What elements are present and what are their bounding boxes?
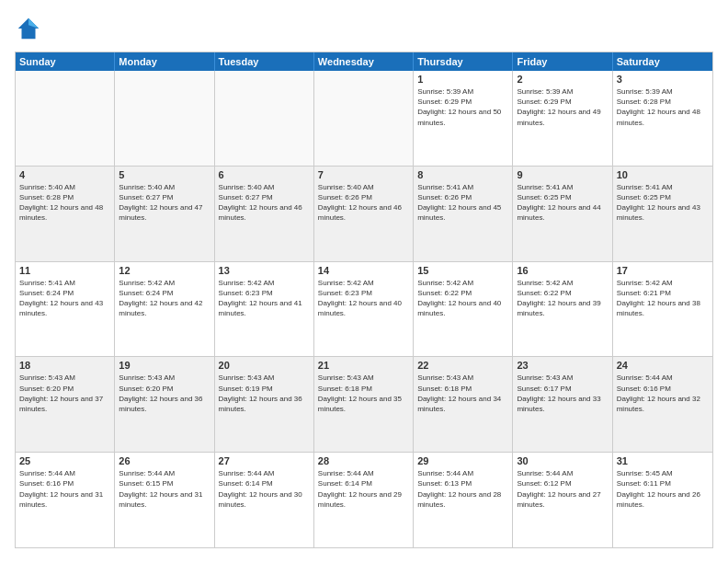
day-number: 14 xyxy=(318,265,409,276)
day-cell-3: 3Sunrise: 5:39 AM Sunset: 6:28 PM Daylig… xyxy=(613,71,712,166)
day-info: Sunrise: 5:41 AM Sunset: 6:25 PM Dayligh… xyxy=(517,182,608,224)
day-cell-10: 10Sunrise: 5:41 AM Sunset: 6:25 PM Dayli… xyxy=(613,167,712,261)
calendar-body: 1Sunrise: 5:39 AM Sunset: 6:29 PM Daylig… xyxy=(16,71,712,547)
day-number: 22 xyxy=(417,360,508,371)
day-cell-14: 14Sunrise: 5:42 AM Sunset: 6:23 PM Dayli… xyxy=(314,262,414,357)
day-info: Sunrise: 5:44 AM Sunset: 6:16 PM Dayligh… xyxy=(19,468,110,510)
day-cell-30: 30Sunrise: 5:44 AM Sunset: 6:12 PM Dayli… xyxy=(513,453,612,547)
day-cell-15: 15Sunrise: 5:42 AM Sunset: 6:22 PM Dayli… xyxy=(414,262,513,357)
calendar: SundayMondayTuesdayWednesdayThursdayFrid… xyxy=(15,52,713,548)
day-info: Sunrise: 5:44 AM Sunset: 6:12 PM Dayligh… xyxy=(517,468,608,510)
day-number: 25 xyxy=(19,455,110,466)
header xyxy=(15,15,713,42)
day-cell-21: 21Sunrise: 5:43 AM Sunset: 6:18 PM Dayli… xyxy=(314,357,414,452)
empty-cell xyxy=(215,71,314,166)
day-info: Sunrise: 5:42 AM Sunset: 6:22 PM Dayligh… xyxy=(417,278,508,319)
day-number: 18 xyxy=(19,360,110,371)
day-info: Sunrise: 5:43 AM Sunset: 6:17 PM Dayligh… xyxy=(517,373,608,414)
day-number: 29 xyxy=(417,455,508,466)
header-day-wednesday: Wednesday xyxy=(314,52,414,71)
day-cell-12: 12Sunrise: 5:42 AM Sunset: 6:24 PM Dayli… xyxy=(115,262,214,357)
day-number: 28 xyxy=(318,455,409,466)
day-cell-19: 19Sunrise: 5:43 AM Sunset: 6:20 PM Dayli… xyxy=(115,357,214,452)
empty-cell xyxy=(115,71,214,166)
day-cell-9: 9Sunrise: 5:41 AM Sunset: 6:25 PM Daylig… xyxy=(513,167,612,261)
day-number: 30 xyxy=(517,455,608,466)
day-info: Sunrise: 5:40 AM Sunset: 6:28 PM Dayligh… xyxy=(19,182,110,224)
day-info: Sunrise: 5:42 AM Sunset: 6:23 PM Dayligh… xyxy=(219,278,310,319)
day-cell-8: 8Sunrise: 5:41 AM Sunset: 6:26 PM Daylig… xyxy=(414,167,513,261)
day-info: Sunrise: 5:40 AM Sunset: 6:27 PM Dayligh… xyxy=(219,182,310,224)
day-info: Sunrise: 5:41 AM Sunset: 6:24 PM Dayligh… xyxy=(19,278,110,319)
header-day-sunday: Sunday xyxy=(16,52,115,71)
day-info: Sunrise: 5:40 AM Sunset: 6:26 PM Dayligh… xyxy=(318,182,409,224)
day-number: 21 xyxy=(318,360,409,371)
day-cell-6: 6Sunrise: 5:40 AM Sunset: 6:27 PM Daylig… xyxy=(215,167,314,261)
day-cell-27: 27Sunrise: 5:44 AM Sunset: 6:14 PM Dayli… xyxy=(215,453,314,547)
day-number: 27 xyxy=(219,455,310,466)
day-cell-18: 18Sunrise: 5:43 AM Sunset: 6:20 PM Dayli… xyxy=(16,357,115,452)
day-number: 7 xyxy=(318,169,409,180)
logo xyxy=(15,15,46,42)
day-cell-24: 24Sunrise: 5:44 AM Sunset: 6:16 PM Dayli… xyxy=(613,357,712,452)
day-number: 12 xyxy=(119,265,210,276)
day-cell-28: 28Sunrise: 5:44 AM Sunset: 6:14 PM Dayli… xyxy=(314,453,414,547)
day-cell-7: 7Sunrise: 5:40 AM Sunset: 6:26 PM Daylig… xyxy=(314,167,414,261)
day-number: 2 xyxy=(517,74,608,85)
day-info: Sunrise: 5:43 AM Sunset: 6:19 PM Dayligh… xyxy=(219,373,310,414)
calendar-row-3: 11Sunrise: 5:41 AM Sunset: 6:24 PM Dayli… xyxy=(16,262,712,358)
day-info: Sunrise: 5:41 AM Sunset: 6:26 PM Dayligh… xyxy=(417,182,508,224)
day-number: 11 xyxy=(19,265,110,276)
header-day-thursday: Thursday xyxy=(414,52,513,71)
day-info: Sunrise: 5:39 AM Sunset: 6:29 PM Dayligh… xyxy=(517,86,608,128)
day-cell-22: 22Sunrise: 5:43 AM Sunset: 6:18 PM Dayli… xyxy=(414,357,513,452)
day-info: Sunrise: 5:43 AM Sunset: 6:18 PM Dayligh… xyxy=(318,373,409,414)
empty-cell xyxy=(16,71,115,166)
day-info: Sunrise: 5:39 AM Sunset: 6:29 PM Dayligh… xyxy=(417,86,508,128)
day-info: Sunrise: 5:42 AM Sunset: 6:22 PM Dayligh… xyxy=(517,278,608,319)
day-number: 1 xyxy=(417,74,508,85)
day-cell-17: 17Sunrise: 5:42 AM Sunset: 6:21 PM Dayli… xyxy=(613,262,712,357)
day-number: 13 xyxy=(219,265,310,276)
calendar-row-4: 18Sunrise: 5:43 AM Sunset: 6:20 PM Dayli… xyxy=(16,357,712,453)
day-cell-31: 31Sunrise: 5:45 AM Sunset: 6:11 PM Dayli… xyxy=(613,453,712,547)
day-number: 17 xyxy=(617,265,709,276)
logo-icon xyxy=(15,15,42,42)
day-cell-23: 23Sunrise: 5:43 AM Sunset: 6:17 PM Dayli… xyxy=(513,357,612,452)
day-number: 6 xyxy=(219,169,310,180)
day-number: 20 xyxy=(219,360,310,371)
empty-cell xyxy=(314,71,414,166)
day-number: 24 xyxy=(617,360,709,371)
day-info: Sunrise: 5:44 AM Sunset: 6:15 PM Dayligh… xyxy=(119,468,210,510)
day-number: 15 xyxy=(417,265,508,276)
day-info: Sunrise: 5:42 AM Sunset: 6:23 PM Dayligh… xyxy=(318,278,409,319)
day-info: Sunrise: 5:43 AM Sunset: 6:20 PM Dayligh… xyxy=(19,373,110,414)
header-day-monday: Monday xyxy=(115,52,214,71)
day-number: 8 xyxy=(417,169,508,180)
day-cell-16: 16Sunrise: 5:42 AM Sunset: 6:22 PM Dayli… xyxy=(513,262,612,357)
calendar-header: SundayMondayTuesdayWednesdayThursdayFrid… xyxy=(16,52,712,71)
day-info: Sunrise: 5:41 AM Sunset: 6:25 PM Dayligh… xyxy=(617,182,709,224)
day-number: 31 xyxy=(617,455,709,466)
day-info: Sunrise: 5:40 AM Sunset: 6:27 PM Dayligh… xyxy=(119,182,210,224)
header-day-friday: Friday xyxy=(513,52,612,71)
day-info: Sunrise: 5:43 AM Sunset: 6:18 PM Dayligh… xyxy=(417,373,508,414)
day-info: Sunrise: 5:42 AM Sunset: 6:21 PM Dayligh… xyxy=(617,278,709,319)
day-info: Sunrise: 5:39 AM Sunset: 6:28 PM Dayligh… xyxy=(617,86,709,128)
day-cell-11: 11Sunrise: 5:41 AM Sunset: 6:24 PM Dayli… xyxy=(16,262,115,357)
day-cell-4: 4Sunrise: 5:40 AM Sunset: 6:28 PM Daylig… xyxy=(16,167,115,261)
day-number: 10 xyxy=(617,169,709,180)
calendar-row-2: 4Sunrise: 5:40 AM Sunset: 6:28 PM Daylig… xyxy=(16,167,712,262)
calendar-row-5: 25Sunrise: 5:44 AM Sunset: 6:16 PM Dayli… xyxy=(16,453,712,547)
day-number: 16 xyxy=(517,265,608,276)
day-number: 19 xyxy=(119,360,210,371)
calendar-row-1: 1Sunrise: 5:39 AM Sunset: 6:29 PM Daylig… xyxy=(16,71,712,167)
day-number: 26 xyxy=(119,455,210,466)
day-cell-2: 2Sunrise: 5:39 AM Sunset: 6:29 PM Daylig… xyxy=(513,71,612,166)
header-day-tuesday: Tuesday xyxy=(215,52,314,71)
page: SundayMondayTuesdayWednesdayThursdayFrid… xyxy=(0,0,728,563)
day-number: 4 xyxy=(19,169,110,180)
day-cell-29: 29Sunrise: 5:44 AM Sunset: 6:13 PM Dayli… xyxy=(414,453,513,547)
day-info: Sunrise: 5:44 AM Sunset: 6:16 PM Dayligh… xyxy=(617,373,709,414)
day-info: Sunrise: 5:44 AM Sunset: 6:13 PM Dayligh… xyxy=(417,468,508,510)
